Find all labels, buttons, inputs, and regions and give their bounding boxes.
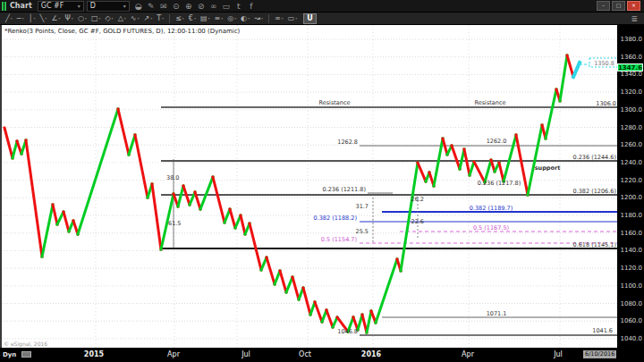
ray-tool[interactable]: ╲▾ (38, 13, 49, 24)
tool-dropdown-icon[interactable]: ▾ (34, 13, 36, 24)
angle-tool[interactable]: ∠▾ (49, 13, 62, 24)
vertical-line-tool[interactable]: │▾ (27, 13, 38, 24)
price-label: 1220.0 (621, 177, 643, 184)
zoom-out-icon[interactable]: ⊘ (195, 1, 208, 12)
tool-dropdown-icon[interactable]: ▾ (72, 13, 73, 24)
price-axis[interactable]: 1380.01360.01340.01320.01300.01280.01260… (617, 25, 644, 348)
tool-dropdown-icon[interactable]: ▾ (208, 13, 210, 24)
renko-chart[interactable]: 1350.8ResistanceResistance1306.01262.812… (2, 25, 617, 348)
panel-menu-icon[interactable]: ≣ (631, 14, 640, 23)
tool-dropdown-icon[interactable]: ▾ (150, 13, 152, 24)
rectangle-tool[interactable]: □▾ (89, 13, 103, 24)
close-button[interactable]: × (627, 1, 640, 11)
renko-series (315, 302, 322, 322)
note-tool[interactable]: ▭▾ (286, 13, 300, 24)
search-icon[interactable]: ⊙ (170, 1, 182, 12)
tool-dropdown-icon[interactable]: ▾ (124, 13, 126, 24)
link-icon[interactable]: ∞ (208, 1, 220, 12)
tool-dropdown-icon[interactable]: ▾ (221, 13, 223, 24)
fib-extension-tool[interactable]: €▾ (187, 13, 198, 24)
window-icon[interactable]: ▭ (220, 1, 233, 12)
link-objects-tool[interactable]: ∞▾ (273, 13, 285, 24)
interval-select[interactable]: D ▾ (87, 1, 130, 12)
fib-timezone-tool-glyph: ≡ (215, 13, 221, 24)
tool-dropdown-icon[interactable]: ▾ (282, 13, 284, 24)
symbol-select[interactable]: GC #F ▾ (38, 1, 84, 12)
annotation-text: 0.382 (1206.6) (573, 188, 617, 195)
tool-dropdown-icon[interactable]: ▾ (138, 13, 140, 24)
polygon-tool[interactable]: ◇▾ (103, 13, 114, 24)
renko-series (4, 128, 13, 158)
triangle-tool[interactable]: △▾ (116, 13, 128, 24)
annotation-text: 25.5 (356, 228, 369, 235)
tool-dropdown-icon[interactable]: ▾ (234, 13, 236, 24)
price-label: 1380.0 (621, 36, 643, 43)
trendline-tool[interactable]: ╱▾ (4, 13, 14, 24)
undo-button[interactable]: U (303, 13, 317, 24)
chart-grip-icon[interactable] (2, 2, 7, 11)
tool-dropdown-icon[interactable]: ▾ (85, 13, 87, 24)
renko-series (280, 271, 286, 292)
tool-dropdown-icon[interactable]: ▾ (248, 13, 250, 24)
annotation-text: 22.6 (411, 218, 424, 225)
renko-series (367, 311, 371, 333)
tool-dropdown-icon[interactable]: ▾ (162, 13, 164, 24)
pitchfork-tool[interactable]: Ψ▾ (64, 13, 75, 24)
text-tool[interactable]: T▾ (155, 13, 165, 24)
grid-mode-icon[interactable] (21, 351, 31, 358)
price-label: 1200.0 (621, 194, 643, 201)
facebook-icon[interactable]: f (245, 1, 258, 12)
renko-series (326, 310, 333, 327)
tool-dropdown-icon[interactable]: ▾ (59, 13, 61, 24)
fib-fan-tool[interactable]: ▤▾ (199, 13, 212, 24)
projection-label: 1350.8 (594, 60, 614, 67)
chat-icon[interactable]: ✉ (157, 1, 170, 12)
current-price-badge: 1347.6 (617, 63, 643, 72)
dyn-mode-toggle[interactable]: Dyn (3, 351, 16, 358)
fib-retracement-tool-glyph: ≤ (175, 13, 182, 24)
annotation-text: 1306.0 (596, 100, 616, 107)
annotation-text: 0.236 (1244.6) (573, 154, 617, 161)
tool-dropdown-icon[interactable]: ▾ (295, 13, 297, 24)
minimize-button[interactable]: – (597, 1, 610, 11)
chevron-down-icon: ▾ (78, 3, 80, 9)
pencil-icon[interactable]: ✎ (145, 1, 157, 12)
renko-series (286, 277, 292, 292)
fib-retracement-tool[interactable]: ≤▾ (174, 13, 186, 24)
arrow-tool[interactable]: ↗▾ (142, 13, 155, 24)
annotation-text: 61.5 (168, 220, 181, 227)
renko-series (26, 140, 42, 257)
twitter-icon[interactable]: t (233, 1, 245, 12)
zoom-in-icon[interactable]: ⊕ (182, 1, 195, 12)
price-label: 1100.0 (621, 282, 643, 290)
tool-dropdown-icon[interactable]: ▾ (261, 13, 263, 24)
fib-timezone-tool[interactable]: ≡▾ (213, 13, 225, 24)
time-axis[interactable]: Dyn 6/10/2016 2015AprJulOct2016AprJul (0, 348, 644, 362)
tool-dropdown-icon[interactable]: ▾ (22, 13, 24, 24)
tool-dropdown-icon[interactable]: ▾ (112, 13, 114, 24)
tool-dropdown-icon[interactable]: ▾ (11, 13, 13, 24)
annotation-text: 0.382 (1188.2) (314, 215, 358, 222)
cycle-tool[interactable]: ◎▾ (225, 13, 238, 24)
gann-tool-glyph: ◐ (241, 13, 247, 24)
ellipse-tool[interactable]: ○▾ (76, 13, 89, 24)
tool-dropdown-icon[interactable]: ▾ (182, 13, 184, 24)
clock-icon[interactable]: ◒ (132, 1, 145, 12)
chart-canvas[interactable]: 1350.8ResistanceResistance1306.01262.812… (0, 25, 617, 348)
gann-tool[interactable]: ◐▾ (239, 13, 251, 24)
tool-dropdown-icon[interactable]: ▾ (45, 13, 47, 24)
annotation-text: 26.2 (411, 196, 424, 203)
time-label: Jul (242, 350, 250, 358)
annotation-text: 0.618 (1145.1) (573, 241, 617, 248)
price-label: 1060.0 (621, 317, 643, 324)
restore-button[interactable]: ▢ (612, 1, 625, 11)
rectangle-tool-glyph: □ (91, 13, 98, 24)
tool-dropdown-icon[interactable]: ▾ (98, 13, 100, 24)
tool-dropdown-icon[interactable]: ▾ (194, 13, 196, 24)
annotation-text: 1262.8 (337, 139, 358, 146)
brush-tool[interactable]: ∿▾ (129, 13, 141, 24)
regression-tool[interactable]: ↝▾ (252, 13, 265, 24)
horizontal-line-tool[interactable]: ─▾ (15, 13, 26, 24)
fib-extension-tool-glyph: € (189, 13, 193, 24)
renko-series (560, 55, 567, 101)
